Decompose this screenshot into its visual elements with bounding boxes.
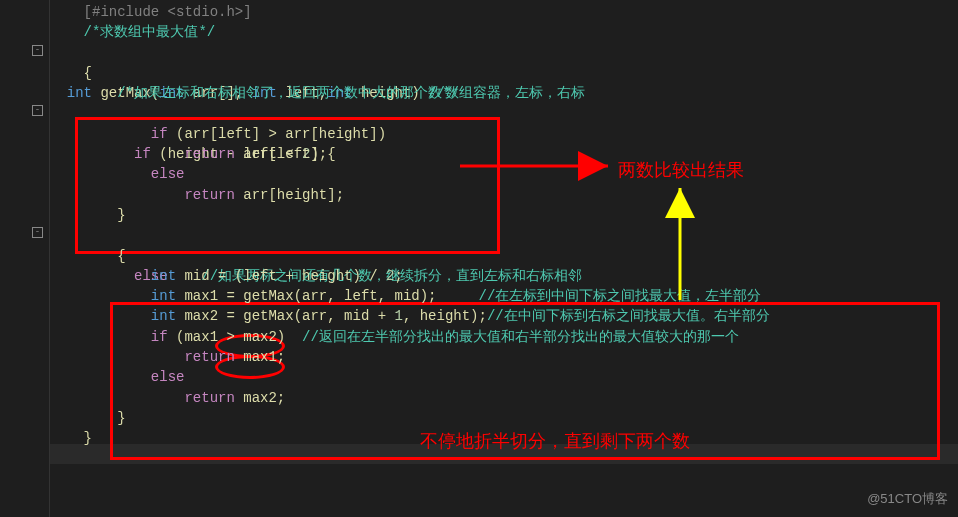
watermark: @51CTO博客: [867, 490, 948, 509]
fold-button[interactable]: -: [32, 105, 43, 116]
fold-button[interactable]: -: [32, 45, 43, 56]
fold-button[interactable]: -: [32, 227, 43, 238]
code-area: [#include <stdio.h>] /*求数组中最大值*/ - int g…: [0, 2, 958, 449]
